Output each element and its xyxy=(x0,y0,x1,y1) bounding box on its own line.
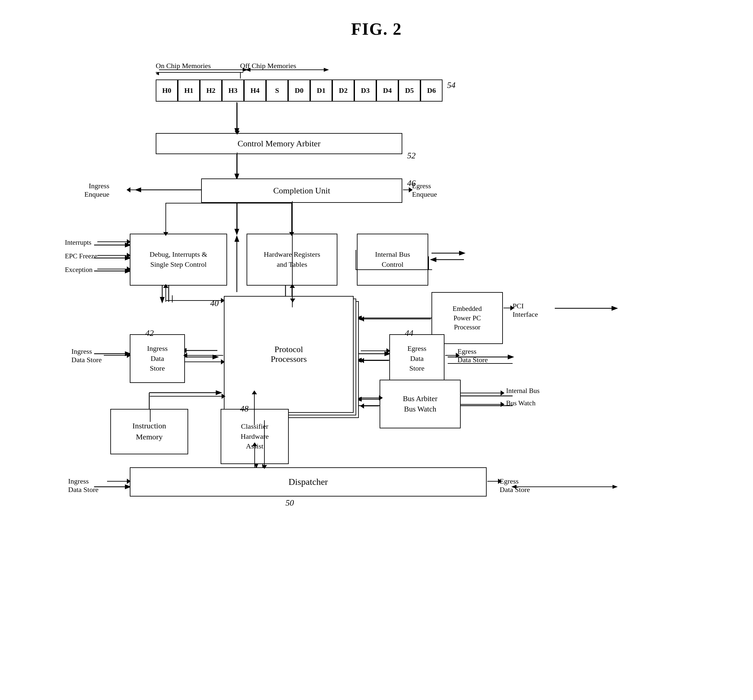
ref-50: 50 xyxy=(285,498,294,508)
internal-bus-right-label: Internal Bus xyxy=(506,387,539,395)
egress-data-store-bottom-label: EgressData Store xyxy=(500,477,530,494)
completion-unit-box: Completion Unit xyxy=(201,178,402,203)
memory-cell-d1: D1 xyxy=(310,80,332,102)
ref-44: 44 xyxy=(405,328,413,338)
memory-cell-h4: H4 xyxy=(244,80,266,102)
bus-watch-right-label: Bus Watch xyxy=(506,399,536,407)
ingress-data-store-bottom-label: IngressData Store xyxy=(68,477,98,494)
ref-52: 52 xyxy=(407,151,416,161)
ref-54: 54 xyxy=(447,80,455,90)
ingress-data-store-left-label: IngressData Store xyxy=(72,347,101,364)
memory-cell-d6: D6 xyxy=(421,80,443,102)
memory-cell-s: S xyxy=(266,80,288,102)
ref-42: 42 xyxy=(145,328,154,338)
memory-cell-h0: H0 xyxy=(156,80,178,102)
on-chip-label: On Chip Memories xyxy=(156,62,211,70)
memory-cell-d5: D5 xyxy=(398,80,421,102)
memory-cell-d4: D4 xyxy=(376,80,398,102)
pci-interface-label: PCIInterface xyxy=(513,302,538,319)
egress-enqueue-label: EgressEnqueue xyxy=(412,182,437,198)
epc-freeze-label: EPC Freeze xyxy=(65,252,97,260)
memory-cell-d0: D0 xyxy=(288,80,310,102)
memory-cells-row: H0 H1 H2 H3 H4 S D0 D1 D2 D3 D4 D5 D6 xyxy=(156,80,443,102)
bus-arbiter-box: Bus ArbiterBus Watch xyxy=(380,380,461,428)
ref-48: 48 xyxy=(240,404,248,414)
page-title: FIG. 2 xyxy=(0,0,753,39)
memory-cell-d3: D3 xyxy=(354,80,376,102)
memory-cell-h3: H3 xyxy=(222,80,244,102)
ingress-data-store-inner-box: IngressDataStore xyxy=(130,334,185,383)
egress-data-store-right-label: EgressData Store xyxy=(457,347,488,364)
dispatcher-box: Dispatcher xyxy=(130,467,486,497)
interrupts-label: Interrupts xyxy=(65,239,92,247)
memory-cell-h2: H2 xyxy=(200,80,222,102)
protocol-processors-label: ProtocolProcessors xyxy=(271,345,307,364)
debug-control-box: Debug, Interrupts &Single Step Control xyxy=(130,234,227,286)
exception-label: Exception xyxy=(65,266,92,274)
ingress-enqueue-label: IngressEnqueue xyxy=(84,182,109,198)
egress-data-store-inner-box: EgressDataStore xyxy=(389,334,444,383)
internal-bus-control-box: Internal BusControl xyxy=(357,234,428,286)
memory-cell-d2: D2 xyxy=(332,80,354,102)
memory-cell-h1: H1 xyxy=(178,80,200,102)
off-chip-label: Off Chip Memories xyxy=(240,62,296,70)
instruction-memory-box: InstructionMemory xyxy=(110,409,188,454)
control-memory-arbiter-box: Control Memory Arbiter xyxy=(156,133,402,154)
